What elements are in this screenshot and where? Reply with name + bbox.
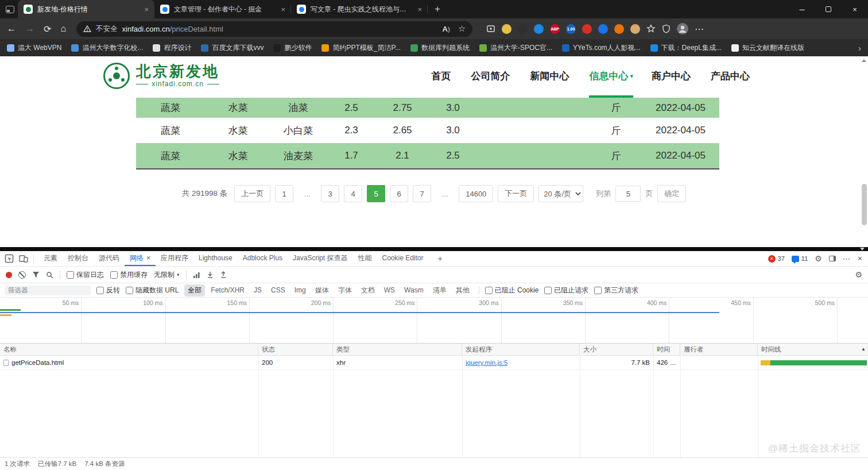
import-har-icon[interactable] [207, 271, 214, 278]
new-tab-button[interactable]: + [428, 3, 447, 15]
minimize-button[interactable]: ─ [789, 0, 815, 18]
bookmark-item[interactable]: 程序设计 [153, 43, 191, 53]
device-toolbar-icon[interactable] [19, 254, 28, 263]
filter-type-chip[interactable]: WS [381, 285, 398, 295]
site-nav-item[interactable]: 首页 [431, 56, 452, 98]
site-logo[interactable]: 北京新发地 xinfadi.com.cn [103, 63, 219, 89]
jump-page-input[interactable] [615, 186, 641, 202]
devtools-separator[interactable] [0, 247, 868, 251]
extension-icon[interactable] [598, 24, 608, 34]
bookmark-item[interactable]: 温州大学-SPOC官... [479, 43, 552, 53]
prev-page-button[interactable]: 上一页 [234, 185, 270, 202]
filter-type-chip[interactable]: CSS [268, 285, 289, 295]
collections-icon[interactable] [486, 24, 495, 33]
page-button[interactable]: ... [436, 185, 454, 202]
more-tabs-button[interactable]: + [433, 254, 447, 263]
filter-type-chip[interactable]: 其他 [452, 284, 473, 296]
close-button[interactable]: × [842, 0, 868, 18]
network-conditions-icon[interactable] [193, 272, 200, 278]
third-party-checkbox[interactable]: 第三方请求 [594, 286, 638, 295]
extension-icon[interactable] [502, 24, 512, 34]
extension-icon[interactable] [614, 24, 624, 34]
filter-type-chip[interactable]: JS [250, 285, 265, 295]
column-header-status[interactable]: 状态 [258, 344, 333, 355]
extension-icon[interactable] [534, 24, 544, 34]
maximize-button[interactable] [815, 0, 842, 18]
tab-close-icon[interactable]: × [281, 5, 285, 14]
browser-tab[interactable]: 写文章 - 爬虫实践之线程池与多线 × [291, 0, 428, 18]
read-aloud-icon[interactable]: A) [443, 25, 450, 33]
add-favorite-icon[interactable]: ☆ [458, 24, 466, 34]
bookmark-item[interactable]: YYeTs.com人人影视... [562, 43, 641, 53]
column-header-name[interactable]: 名称 [0, 344, 258, 355]
address-bar[interactable]: 不安全 xinfadi.com.cn/priceDetail.html A) ☆ [76, 21, 472, 37]
blocked-requests-checkbox[interactable]: 已阻止请求 [544, 286, 588, 295]
extension-icon[interactable] [630, 24, 640, 34]
bookmark-item[interactable]: 下载：DeepL集成... [650, 43, 722, 53]
page-button[interactable]: 4 [344, 185, 362, 202]
dock-side-icon[interactable] [829, 256, 836, 261]
devtools-tab[interactable]: Adblock Plus [238, 251, 288, 266]
page-button[interactable]: 5 [367, 185, 385, 202]
throttling-select[interactable]: 无限制▾ [154, 270, 180, 280]
network-filter-input[interactable] [5, 286, 91, 295]
scrollbar-up-icon[interactable] [862, 59, 866, 62]
column-header-initiator[interactable]: 发起程序 [462, 344, 580, 355]
issues-badge[interactable]: 11 [792, 255, 808, 262]
next-page-button[interactable]: 下一页 [498, 185, 534, 202]
site-nav-item[interactable]: 公司简介 [471, 56, 512, 98]
devtools-tab[interactable]: Lighthouse [193, 251, 238, 266]
column-header-size[interactable]: 大小 [580, 344, 653, 355]
devtools-settings-icon[interactable]: ⚙ [815, 254, 822, 263]
request-name-cell[interactable]: getPriceData.html [0, 356, 258, 369]
invert-checkbox[interactable]: 反转 [96, 286, 120, 295]
favorites-bar-icon[interactable] [646, 24, 656, 33]
filter-type-chip[interactable]: 字体 [335, 284, 355, 296]
browser-tab[interactable]: 新发地-价格行情 × [18, 0, 154, 18]
filter-type-chip[interactable]: 清单 [429, 284, 450, 296]
bookmarks-overflow-icon[interactable]: › [858, 43, 861, 53]
site-nav-item[interactable]: 信息中心▾ [589, 56, 633, 98]
browser-essentials-icon[interactable] [662, 24, 671, 33]
devtools-tab[interactable]: JavaScript 探查器 [288, 251, 352, 266]
confirm-button[interactable]: 确定 [657, 185, 686, 202]
filter-type-chip[interactable]: Fetch/XHR [207, 285, 248, 295]
extension-icon[interactable] [518, 24, 528, 34]
bookmark-item[interactable]: 百度文库下载vvv [201, 43, 264, 53]
network-settings-icon[interactable]: ⚙ [855, 270, 862, 279]
settings-more-icon[interactable]: ⋯ [695, 24, 704, 34]
filter-icon[interactable] [32, 271, 40, 278]
export-har-icon[interactable] [220, 271, 227, 278]
devtools-tab[interactable]: 源代码 [94, 251, 125, 266]
page-button[interactable]: 1 [275, 185, 293, 202]
filter-type-chip[interactable]: 文档 [358, 284, 378, 296]
extension-icon[interactable]: ABP [550, 24, 560, 34]
bookmark-item[interactable]: 知云文献翻译在线版 [731, 43, 804, 53]
column-header-fulfilled-by[interactable]: 履行者 [680, 344, 758, 355]
page-button[interactable]: 7 [413, 185, 431, 202]
url-text[interactable]: xinfadi.com.cn/priceDetail.html [122, 25, 223, 33]
security-label[interactable]: 不安全 [96, 24, 118, 34]
back-icon[interactable]: ← [7, 24, 16, 34]
filter-type-chip[interactable]: 全部 [184, 284, 205, 296]
record-icon[interactable] [6, 272, 12, 278]
bookmark-item[interactable]: 数据库判题系统 [410, 43, 470, 53]
refresh-icon[interactable]: ⟳ [44, 24, 51, 34]
profile-avatar[interactable] [677, 23, 688, 34]
column-header-waterfall[interactable]: 时间线▲ [758, 344, 868, 355]
forward-icon[interactable]: → [25, 24, 34, 34]
bookmark-item[interactable]: 温州大学数字化校... [71, 43, 143, 53]
preserve-log-checkbox[interactable]: 保留日志 [67, 270, 104, 280]
filter-type-chip[interactable]: Img [291, 285, 309, 295]
site-nav-item[interactable]: 新闻中心 [530, 56, 571, 98]
initiator-link[interactable]: jquery.min.js:5 [466, 359, 507, 366]
column-header-type[interactable]: 类型 [333, 344, 462, 355]
filter-type-chip[interactable]: 媒体 [312, 284, 332, 296]
devtools-tab[interactable]: 性能 [352, 251, 377, 266]
browser-tab[interactable]: 文章管理 - 创作者中心 - 掘金 × [154, 0, 291, 18]
disable-cache-checkbox[interactable]: 禁用缓存 [110, 270, 148, 280]
bookmark-item[interactable]: 鹏少软件 [273, 43, 312, 53]
tab-close-icon[interactable]: × [144, 5, 149, 14]
page-size-select[interactable]: 20 条/页 [538, 185, 583, 202]
inspect-element-icon[interactable] [5, 254, 14, 263]
